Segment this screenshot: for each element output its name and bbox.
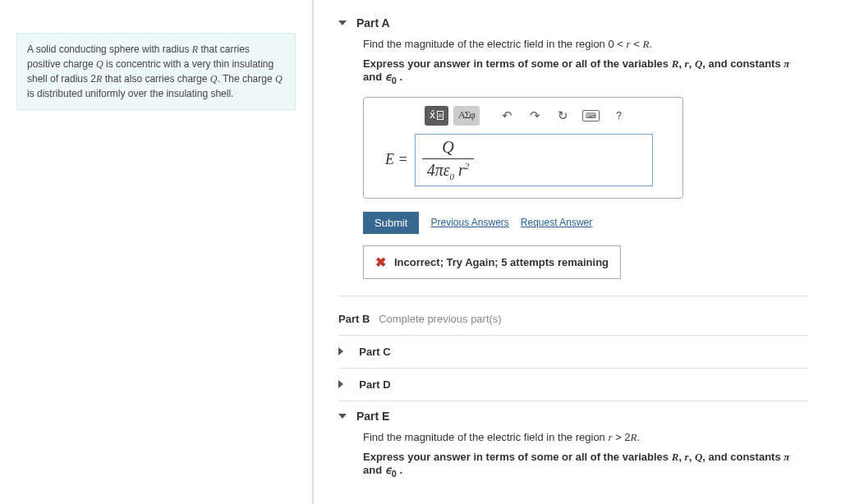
previous-answers-link[interactable]: Previous Answers <box>430 217 508 228</box>
part-a-label: Part A <box>356 16 390 30</box>
part-e-header[interactable]: Part E <box>338 401 808 431</box>
part-b-row: Part B Complete previous part(s) <box>338 303 808 336</box>
part-e-prompt: Find the magnitude of the electric field… <box>363 431 808 444</box>
answer-box: x̂n ΑΣφ ↶ ↷ ↻ ⌨ ? E = Q 4πε0 r2 <box>363 97 683 199</box>
equation-label: E = <box>375 151 415 168</box>
caret-down-icon <box>338 414 347 419</box>
part-b-label: Part B <box>338 313 370 325</box>
answer-denominator: 4πε0 r2 <box>422 159 475 181</box>
part-a-header[interactable]: Part A <box>338 8 808 38</box>
caret-down-icon <box>338 21 347 25</box>
part-e-label: Part E <box>356 410 389 423</box>
greek-letters-button[interactable]: ΑΣφ <box>453 106 480 126</box>
keyboard-button[interactable]: ⌨ <box>580 106 603 126</box>
submit-button[interactable]: Submit <box>363 212 419 234</box>
templates-button[interactable]: x̂n <box>425 106 448 126</box>
keyboard-icon: ⌨ <box>582 110 600 121</box>
answer-numerator: Q <box>422 138 475 159</box>
part-d-label: Part D <box>359 378 390 391</box>
part-c-header[interactable]: Part C <box>338 336 808 369</box>
answer-input[interactable]: Q 4πε0 r2 <box>415 134 653 186</box>
part-a-instruction: Express your answer in terms of some or … <box>363 57 808 85</box>
undo-button[interactable]: ↶ <box>496 106 519 126</box>
feedback-text: Incorrect; Try Again; 5 attempts remaini… <box>394 256 609 268</box>
help-button[interactable]: ? <box>608 106 631 126</box>
request-answer-link[interactable]: Request Answer <box>521 217 592 228</box>
part-d-header[interactable]: Part D <box>338 369 808 401</box>
part-b-status: Complete previous part(s) <box>379 313 502 325</box>
caret-right-icon <box>338 380 343 388</box>
problem-description: A solid conducting sphere with radius R … <box>16 33 296 110</box>
reset-button[interactable]: ↻ <box>552 106 575 126</box>
redo-button[interactable]: ↷ <box>524 106 547 126</box>
part-e-instruction: Express your answer in terms of some or … <box>363 451 808 479</box>
caret-right-icon <box>338 347 343 355</box>
part-c-label: Part C <box>359 346 390 358</box>
incorrect-icon: ✖ <box>375 254 386 270</box>
part-a-prompt: Find the magnitude of the electric field… <box>363 38 808 51</box>
feedback-box: ✖ Incorrect; Try Again; 5 attempts remai… <box>363 245 621 279</box>
